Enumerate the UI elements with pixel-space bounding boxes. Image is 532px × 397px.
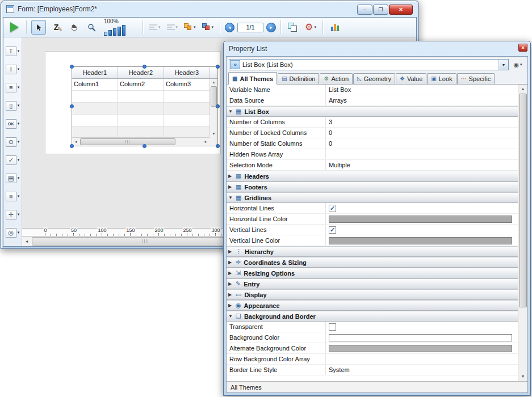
property-value[interactable]: 0 xyxy=(326,128,518,138)
disclosure-collapsed-icon[interactable]: ▶ xyxy=(228,249,234,254)
tab-definition[interactable]: ▤Definition xyxy=(278,73,319,84)
scroll-up-icon[interactable]: ▲ xyxy=(518,85,527,94)
listbox-cell[interactable] xyxy=(72,103,118,115)
chevron-down-icon[interactable]: ▾ xyxy=(158,25,161,29)
property-value[interactable] xyxy=(326,322,518,332)
section-appearance[interactable]: ▶◉Appearance xyxy=(227,300,518,311)
listbox-horizontal-scrollbar[interactable]: ◄ ► xyxy=(72,137,210,146)
selection-handle[interactable] xyxy=(216,144,220,148)
listbox-cell[interactable]: Column2 xyxy=(118,79,164,91)
list-box-tool[interactable]: ▤▾ xyxy=(3,169,22,187)
chevron-down-icon[interactable]: ▾ xyxy=(176,25,178,29)
duplicate-button[interactable]: ▾ xyxy=(182,22,198,32)
close-button[interactable]: ✕ xyxy=(389,5,413,15)
selection-handle[interactable] xyxy=(70,144,74,148)
property-list-titlebar[interactable]: Property List xyxy=(224,41,530,56)
listbox-cell[interactable] xyxy=(72,115,118,126)
distribute-button[interactable]: ▾ xyxy=(165,23,180,31)
listbox-header-cell[interactable]: Header2 xyxy=(118,67,164,79)
listbox-vertical-scrollbar[interactable]: ▲ ▼ xyxy=(210,79,217,137)
section-background-and-border[interactable]: ▼❏Background and Border xyxy=(227,311,518,322)
section-footers[interactable]: ▶▦Footers xyxy=(227,181,518,192)
checkbox-tool[interactable]: ✓▾ xyxy=(3,151,22,169)
pages-button[interactable] xyxy=(286,20,300,35)
selection-handle[interactable] xyxy=(143,65,146,69)
checkbox[interactable] xyxy=(329,323,336,331)
listbox-cell[interactable]: Column3 xyxy=(164,79,210,91)
listbox-cell[interactable]: Column1 xyxy=(72,79,118,91)
section-list-box[interactable]: ▼▦List Box xyxy=(227,106,518,117)
listbox-object[interactable]: Header1Header2Header3 Column1Column2Colu… xyxy=(72,66,218,146)
chevron-down-icon[interactable]: ▾ xyxy=(18,230,20,235)
property-value[interactable] xyxy=(326,354,518,364)
property-value[interactable]: Arrays xyxy=(326,95,518,105)
selection-handle[interactable] xyxy=(143,144,146,148)
chevron-down-icon[interactable]: ▾ xyxy=(18,140,20,144)
disclosure-expanded-icon[interactable]: ▼ xyxy=(228,195,234,200)
disclosure-collapsed-icon[interactable]: ▶ xyxy=(228,292,234,297)
zoom-widget[interactable]: 100% xyxy=(103,18,138,36)
chevron-down-icon[interactable]: ▾ xyxy=(18,103,20,108)
chevron-down-icon[interactable]: ▾ xyxy=(18,194,20,198)
property-value[interactable] xyxy=(326,332,518,343)
color-button[interactable]: ▾ xyxy=(200,22,216,32)
button-tool[interactable]: OK▾ xyxy=(3,115,22,133)
scroll-left-icon[interactable]: ◄ xyxy=(22,236,31,246)
plugin-tool[interactable]: ◎▾ xyxy=(3,223,22,242)
listbox-cell[interactable] xyxy=(118,126,164,138)
scroll-down-icon[interactable]: ▼ xyxy=(210,130,217,137)
listbox-cell[interactable] xyxy=(118,115,164,126)
tab-all-themes[interactable]: ▦All Themes xyxy=(228,72,277,85)
chevron-down-icon[interactable]: ▾ xyxy=(314,25,316,29)
line-tool[interactable]: ≡▾ xyxy=(3,78,22,96)
section-coordinates-sizing[interactable]: ▶✛Coordinates & Sizing xyxy=(227,257,518,268)
chevron-down-icon[interactable]: ▾ xyxy=(18,85,20,90)
disclosure-collapsed-icon[interactable]: ▶ xyxy=(228,303,234,308)
property-list-scrollbar[interactable]: ▲ ▼ xyxy=(518,85,527,381)
section-display[interactable]: ▶▭Display xyxy=(227,289,518,300)
chevron-down-icon[interactable]: ▼ xyxy=(499,60,508,70)
field-tool[interactable]: ▯▾ xyxy=(3,96,22,115)
scroll-up-icon[interactable]: ▲ xyxy=(210,79,217,86)
settings-button[interactable]: ⚙ ▾ xyxy=(303,22,318,33)
disclosure-collapsed-icon[interactable]: ▶ xyxy=(228,281,234,286)
property-value[interactable]: ✓ xyxy=(326,203,518,213)
listbox-cell[interactable] xyxy=(164,115,210,126)
radio-button-tool[interactable]: ⊙▾ xyxy=(3,133,22,151)
text-tool[interactable]: T▾ xyxy=(3,42,22,60)
selection-handle[interactable] xyxy=(70,65,74,69)
chart-button[interactable] xyxy=(328,20,342,35)
maximize-button[interactable]: ❐ xyxy=(373,5,388,15)
selection-handle[interactable] xyxy=(216,104,220,108)
tab-geometry[interactable]: ◺Geometry xyxy=(353,73,395,84)
property-value[interactable]: ✓ xyxy=(326,225,518,235)
listbox-cell[interactable] xyxy=(72,91,118,103)
rectangle-tool[interactable]: ■▾ xyxy=(3,187,22,205)
disclosure-expanded-icon[interactable]: ▼ xyxy=(228,314,234,319)
disclosure-expanded-icon[interactable]: ▼ xyxy=(228,109,234,114)
pointer-tool-button[interactable] xyxy=(31,20,46,35)
section-resizing-options[interactable]: ▶⇲Resizing Options xyxy=(227,268,518,278)
splitter-tool[interactable]: ✛▾ xyxy=(3,205,22,223)
selection-handle[interactable] xyxy=(216,65,220,69)
property-value[interactable]: 3 xyxy=(326,117,518,127)
minimize-button[interactable]: – xyxy=(357,5,372,15)
run-button[interactable] xyxy=(7,20,22,35)
chevron-down-icon[interactable]: ▾ xyxy=(18,121,20,126)
checkbox[interactable]: ✓ xyxy=(329,205,336,212)
section-hierarchy[interactable]: ▶⋮Hierarchy xyxy=(227,246,518,257)
listbox-cell[interactable] xyxy=(164,126,210,138)
selection-handle[interactable] xyxy=(70,104,74,108)
property-value[interactable]: 0 xyxy=(326,138,518,149)
section-headers[interactable]: ▶▦Headers xyxy=(227,171,518,181)
object-selector-dropdown[interactable]: ‹› List Box (List Box) ▼ xyxy=(229,59,509,70)
disclosure-collapsed-icon[interactable]: ▶ xyxy=(228,174,234,179)
color-swatch[interactable] xyxy=(329,216,512,223)
section-gridlines[interactable]: ▼▦Gridlines xyxy=(227,192,518,203)
listbox-cell[interactable] xyxy=(118,91,164,103)
property-value[interactable]: System xyxy=(326,365,518,375)
disclosure-collapsed-icon[interactable]: ▶ xyxy=(228,260,234,265)
tab-specific[interactable]: ⋯Specific xyxy=(457,73,495,84)
color-swatch[interactable] xyxy=(329,237,512,244)
tab-value[interactable]: ❖Value xyxy=(396,73,426,84)
